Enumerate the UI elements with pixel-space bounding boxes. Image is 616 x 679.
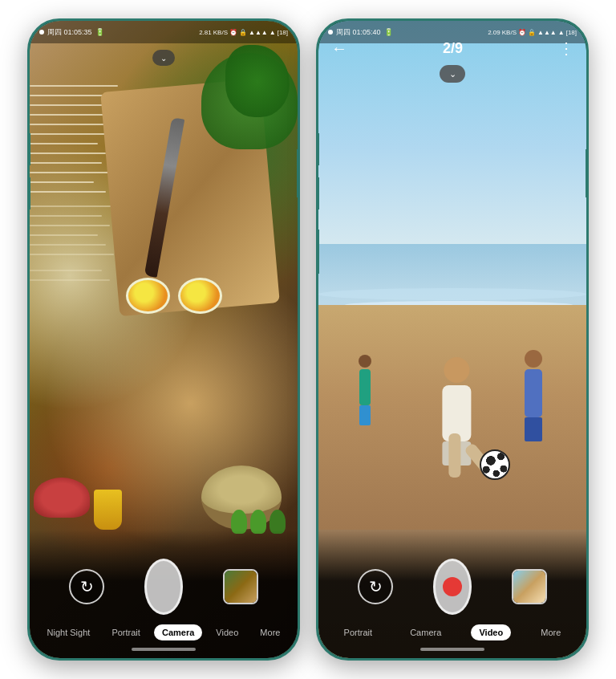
noodle-line-16 (30, 234, 98, 236)
power-button[interactable] (297, 149, 298, 197)
phone-1-screen: 周四 01:05:35 🔋 2.81 KB/S ⏰ 🔒 ▲▲▲ ▲ [18] ⌄ (30, 21, 298, 658)
noodle-line-20 (30, 279, 110, 281)
figure-right-legs (525, 417, 542, 441)
nav-bar-2 (318, 640, 586, 658)
figure-left-body (359, 369, 371, 405)
gallery-thumbnail[interactable] (223, 569, 258, 604)
ball-pattern (481, 451, 509, 478)
figure-left-legs (359, 405, 371, 425)
noodle-line-15 (30, 225, 110, 226)
volume-down-button[interactable] (30, 177, 30, 209)
noodle-line-8 (30, 152, 106, 154)
tab-night-sight[interactable]: Night Sight (39, 624, 99, 640)
status-left: 周四 01:05:35 🔋 (39, 27, 104, 38)
soccer-ball (480, 449, 510, 480)
egg-2 (178, 278, 222, 314)
chili-bowl (34, 478, 90, 518)
phone-1: 周四 01:05:35 🔋 2.81 KB/S ⏰ 🔒 ▲▲▲ ▲ [18] ⌄ (27, 18, 300, 661)
noodle-line-12 (30, 191, 106, 193)
standing-leg (448, 433, 460, 478)
expand-chevron-2[interactable]: ⌄ (440, 65, 465, 83)
video-shutter-button[interactable] (433, 567, 472, 606)
yellow-pepper (94, 490, 122, 530)
tab-more-1[interactable]: More (252, 624, 288, 640)
wifi-icon: ▲ (270, 29, 276, 36)
thumbnail-preview-2 (513, 571, 545, 603)
status-speed-unit: KB/S (213, 29, 228, 36)
phone-1-frame: 周四 01:05:35 🔋 2.81 KB/S ⏰ 🔒 ▲▲▲ ▲ [18] ⌄ (27, 18, 300, 661)
figure-right-body (525, 369, 542, 417)
battery-icon: [18] (278, 29, 288, 36)
record-dot (443, 577, 462, 596)
camera-mode-tabs-2: Portrait Camera Video More (318, 624, 586, 640)
back-button[interactable]: ← (331, 39, 347, 58)
volume-up-button[interactable] (30, 133, 30, 165)
status-icon-bolt: 🔋 (95, 28, 104, 36)
phone-2: 周四 01:05:40 🔋 2.09 KB/S ⏰ 🔒 ▲▲▲ ▲ [18] ←… (316, 18, 589, 661)
expand-chevron[interactable]: ⌄ (152, 50, 175, 66)
nav-bar-1 (30, 640, 298, 658)
flip-camera-button-2[interactable]: ↻ (358, 569, 393, 604)
camera-controls-2: ↻ (318, 567, 586, 606)
noodle-line-10 (30, 172, 110, 173)
main-figure-container (442, 357, 471, 466)
nav-indicator-1 (132, 648, 196, 651)
tab-more-2[interactable]: More (533, 624, 569, 640)
status-speed: 2.81 (199, 29, 212, 36)
gallery-thumbnail-2[interactable] (512, 569, 547, 604)
volume-down-button-2[interactable] (318, 177, 319, 209)
signal-bars: ▲▲▲ (249, 29, 268, 36)
power-left-button-2[interactable] (318, 230, 319, 274)
tab-portrait-1[interactable]: Portrait (103, 624, 148, 640)
tab-video-2[interactable]: Video (471, 624, 511, 640)
noodle-line-17 (30, 244, 106, 246)
status-right: 2.81 KB/S ⏰ 🔒 ▲▲▲ ▲ [18] (199, 29, 288, 36)
figure-right-container (525, 350, 542, 441)
volume-up-button-2[interactable] (318, 133, 319, 165)
figure-left-head (359, 355, 371, 368)
video-shutter-circle (433, 559, 472, 615)
flip-camera-button[interactable]: ↻ (69, 569, 104, 604)
egg-1 (126, 278, 170, 314)
eggs-area (126, 278, 222, 314)
noodle-line-18 (30, 254, 114, 255)
nav-indicator-2 (420, 648, 484, 651)
noodle-line-13 (30, 205, 114, 207)
noodle-line-9 (30, 162, 102, 164)
main-figure-head (444, 357, 469, 383)
camera-mode-tabs: Night Sight Portrait Camera Video More (30, 624, 298, 640)
noodle-line-1 (30, 85, 118, 87)
phone-1-status-bar: 周四 01:05:35 🔋 2.81 KB/S ⏰ 🔒 ▲▲▲ ▲ [18] (30, 21, 298, 43)
tab-camera-2[interactable]: Camera (402, 624, 449, 640)
phone-2-screen: 周四 01:05:40 🔋 2.09 KB/S ⏰ 🔒 ▲▲▲ ▲ [18] ←… (318, 21, 586, 658)
noodle-line-19 (30, 270, 102, 271)
tab-portrait-2[interactable]: Portrait (336, 624, 380, 640)
photo-counter: 2/9 (443, 40, 463, 57)
tab-camera-1[interactable]: Camera (154, 624, 202, 640)
camera-controls: ↻ (30, 567, 298, 606)
noodle-line-6 (30, 133, 110, 135)
phone-2-frame: 周四 01:05:40 🔋 2.09 KB/S ⏰ 🔒 ▲▲▲ ▲ [18] ←… (316, 18, 589, 661)
status-time: 周四 01:05:35 (47, 27, 92, 38)
shutter-circle (144, 559, 183, 615)
photo-viewer-header: ← 2/9 ⋮ (318, 21, 586, 63)
thumbnail-preview (225, 571, 257, 603)
lock-icon: 🔒 (239, 29, 247, 36)
figure-right-head (525, 350, 542, 368)
noodle-line-14 (30, 215, 102, 217)
figure-left-container (359, 355, 371, 425)
shutter-button[interactable] (144, 567, 183, 606)
clock-icon: ⏰ (229, 29, 237, 36)
tab-video-1[interactable]: Video (208, 624, 246, 640)
noodle-line-11 (30, 181, 94, 183)
power-button-2[interactable] (586, 149, 586, 197)
noodle-line-7 (30, 143, 98, 144)
noodle-line-5 (30, 124, 106, 125)
camera-dot (39, 30, 44, 35)
more-options-button[interactable]: ⋮ (558, 39, 573, 58)
